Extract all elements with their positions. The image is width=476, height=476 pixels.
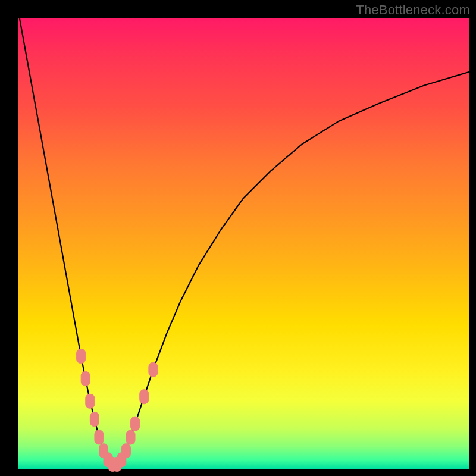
curve-marker (131, 416, 140, 431)
curve-marker (90, 412, 99, 427)
curve-marker (126, 430, 135, 444)
curve-marker (86, 394, 95, 408)
curve-marker (95, 430, 104, 444)
curve-marker (121, 444, 130, 458)
curve-marker (140, 390, 149, 404)
curve-marker (81, 371, 90, 386)
chart-frame: TheBottleneck.com (0, 0, 476, 476)
curve-markers (77, 349, 158, 472)
plot-area (18, 18, 469, 469)
bottleneck-curve (18, 9, 469, 465)
curve-marker (77, 349, 86, 364)
chart-svg (18, 18, 469, 469)
curve-marker (149, 362, 158, 377)
watermark-text: TheBottleneck.com (356, 2, 470, 18)
